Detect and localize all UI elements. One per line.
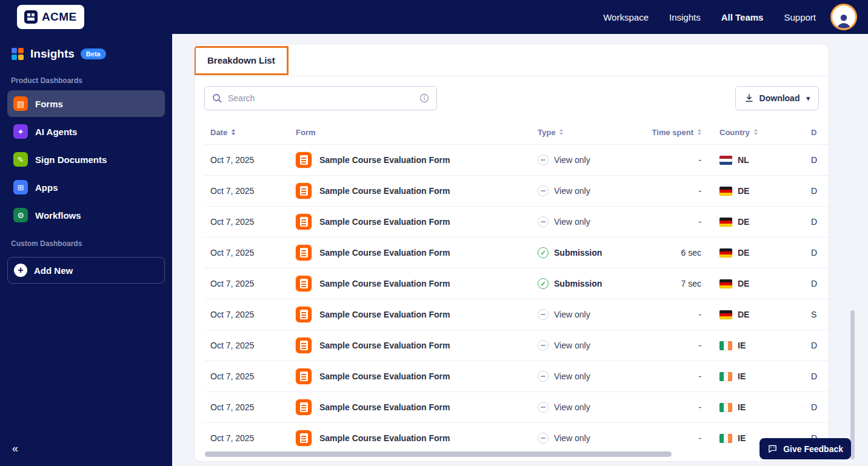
beta-badge: Beta xyxy=(81,48,106,59)
table-row[interactable]: Oct 7, 2025Sample Course Evaluation Form… xyxy=(204,361,829,391)
cell-form[interactable]: Sample Course Evaluation Form xyxy=(296,245,538,261)
breakdown-card: Breakdown List Download ▾ xyxy=(194,44,829,462)
country-code: IE xyxy=(738,402,746,412)
chevron-down-icon: ▾ xyxy=(806,95,810,102)
avatar[interactable] xyxy=(830,4,857,30)
country-code: DE xyxy=(738,217,749,227)
cell-form[interactable]: Sample Course Evaluation Form xyxy=(296,307,538,322)
nav-insights[interactable]: Insights xyxy=(669,12,701,22)
type-label: View only xyxy=(554,433,590,443)
table-row[interactable]: Oct 7, 2025Sample Course Evaluation Form… xyxy=(204,330,829,361)
table-row[interactable]: Oct 7, 2025Sample Course Evaluation Form… xyxy=(204,144,829,175)
breakdown-table: Date Form Type Time spent Country xyxy=(195,120,829,453)
cell-time-spent: - xyxy=(645,341,719,350)
minus-circle-icon xyxy=(538,371,549,382)
cell-country: DE xyxy=(719,248,811,258)
sidebar-item-label: Sign Documents xyxy=(35,155,107,165)
flag-icon xyxy=(719,434,732,443)
add-new-label: Add New xyxy=(34,265,73,276)
type-label: Submission xyxy=(554,248,602,258)
cell-date: Oct 7, 2025 xyxy=(204,433,296,443)
cell-form[interactable]: Sample Course Evaluation Form xyxy=(296,368,538,384)
sort-icon xyxy=(754,129,758,135)
collapse-sidebar-button[interactable]: « xyxy=(12,442,18,455)
cell-device: D xyxy=(811,155,829,165)
search-input[interactable] xyxy=(228,93,414,103)
table-row[interactable]: Oct 7, 2025Sample Course Evaluation Form… xyxy=(204,268,829,299)
flag-icon xyxy=(719,248,732,258)
column-header-country[interactable]: Country xyxy=(719,120,811,144)
sidebar-item-label: Forms xyxy=(35,99,63,109)
form-icon xyxy=(296,399,312,415)
type-label: View only xyxy=(554,217,590,227)
country-code: IE xyxy=(738,433,746,443)
add-new-button[interactable]: + Add New xyxy=(7,257,165,284)
cell-form[interactable]: Sample Course Evaluation Form xyxy=(296,338,538,353)
section-custom-dashboards: Custom Dashboards xyxy=(7,230,165,253)
cell-date: Oct 7, 2025 xyxy=(204,341,296,350)
cell-device: D xyxy=(811,279,829,288)
sign-documents-icon: ✎ xyxy=(13,152,28,167)
type-label: View only xyxy=(554,371,590,381)
acme-logo[interactable]: ACME xyxy=(17,5,84,29)
cell-form[interactable]: Sample Course Evaluation Form xyxy=(296,430,538,446)
table-row[interactable]: Oct 7, 2025Sample Course Evaluation Form… xyxy=(204,175,829,206)
give-feedback-button[interactable]: Give Feedback xyxy=(760,438,851,459)
cell-type: View only xyxy=(538,371,645,382)
cell-form[interactable]: Sample Course Evaluation Form xyxy=(296,183,538,199)
column-header-type[interactable]: Type xyxy=(538,120,645,144)
flag-icon xyxy=(719,372,732,381)
cell-form[interactable]: Sample Course Evaluation Form xyxy=(296,399,538,415)
sidebar-item-ai-agents[interactable]: ✦AI Agents xyxy=(7,118,165,145)
vertical-scrollbar-thumb[interactable] xyxy=(850,310,855,459)
form-icon xyxy=(296,430,312,446)
table-row[interactable]: Oct 7, 2025Sample Course Evaluation Form… xyxy=(204,206,829,237)
cell-form[interactable]: Sample Course Evaluation Form xyxy=(296,152,538,168)
column-header-device[interactable]: D xyxy=(811,120,829,144)
section-product-dashboards: Product Dashboards xyxy=(7,67,165,90)
minus-circle-icon xyxy=(538,340,549,351)
column-header-date[interactable]: Date xyxy=(204,120,296,144)
nav-support[interactable]: Support xyxy=(784,12,816,22)
cell-device: D xyxy=(811,402,829,412)
cell-time-spent: - xyxy=(645,402,719,412)
cell-form[interactable]: Sample Course Evaluation Form xyxy=(296,214,538,230)
horizontal-scrollbar-thumb[interactable] xyxy=(205,451,672,457)
table-row[interactable]: Oct 7, 2025Sample Course Evaluation Form… xyxy=(204,391,829,422)
cell-date: Oct 7, 2025 xyxy=(204,402,296,412)
column-header-time-spent[interactable]: Time spent xyxy=(645,120,719,144)
form-name: Sample Course Evaluation Form xyxy=(319,341,450,350)
download-button[interactable]: Download ▾ xyxy=(735,86,819,110)
topbar-nav: WorkspaceInsightsAll TeamsSupport xyxy=(603,12,816,22)
search-icon xyxy=(212,93,222,104)
form-icon xyxy=(296,214,312,230)
main-area: Breakdown List Download ▾ xyxy=(172,34,868,466)
table-row[interactable]: Oct 7, 2025Sample Course Evaluation Form… xyxy=(204,237,829,268)
cell-device: D xyxy=(811,217,829,227)
sidebar-item-apps[interactable]: ⊞Apps xyxy=(7,174,165,201)
form-icon xyxy=(296,276,312,291)
download-label: Download xyxy=(760,93,800,103)
flag-icon xyxy=(719,279,732,288)
country-code: DE xyxy=(738,279,749,288)
nav-all-teams[interactable]: All Teams xyxy=(721,12,764,22)
sidebar-item-workflows[interactable]: ⚙Workflows xyxy=(7,202,165,228)
nav-workspace[interactable]: Workspace xyxy=(603,12,649,22)
page-title: Breakdown List xyxy=(207,55,275,65)
info-icon[interactable] xyxy=(419,93,429,103)
cell-type: Submission xyxy=(538,247,645,258)
sidebar-item-forms[interactable]: ▤Forms xyxy=(7,90,165,117)
sidebar: Insights Beta Product Dashboards ▤Forms✦… xyxy=(0,34,172,466)
column-header-form[interactable]: Form xyxy=(296,120,538,144)
cell-time-spent: - xyxy=(645,371,719,381)
form-name: Sample Course Evaluation Form xyxy=(319,371,450,381)
type-label: View only xyxy=(554,186,590,196)
cell-type: View only xyxy=(538,155,645,165)
sidebar-item-sign-documents[interactable]: ✎Sign Documents xyxy=(7,146,165,173)
table-row[interactable]: Oct 7, 2025Sample Course Evaluation Form… xyxy=(204,422,829,453)
cell-country: DE xyxy=(719,310,811,319)
cell-form[interactable]: Sample Course Evaluation Form xyxy=(296,276,538,291)
card-header: Breakdown List xyxy=(195,44,829,76)
table-row[interactable]: Oct 7, 2025Sample Course Evaluation Form… xyxy=(204,299,829,330)
ai-agents-icon: ✦ xyxy=(13,124,28,139)
